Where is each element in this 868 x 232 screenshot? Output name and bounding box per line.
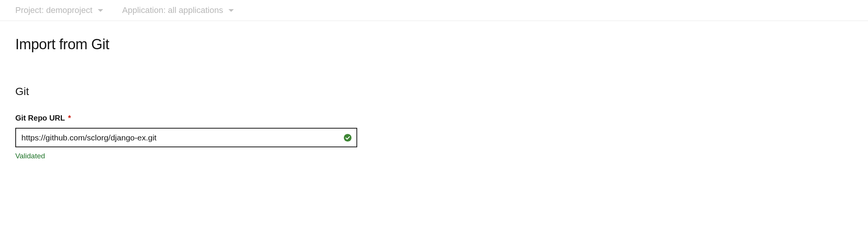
svg-point-0 <box>344 134 351 141</box>
main-content: Import from Git Git Git Repo URL * Valid… <box>0 21 868 160</box>
project-selector-label: Project: demoproject <box>15 5 92 15</box>
git-repo-url-input[interactable] <box>15 128 357 147</box>
validation-success-icon <box>343 134 352 142</box>
application-selector[interactable]: Application: all applications <box>122 5 234 15</box>
page-title: Import from Git <box>15 36 853 53</box>
validation-status-text: Validated <box>15 152 853 160</box>
chevron-down-icon <box>98 9 103 12</box>
application-selector-label: Application: all applications <box>122 5 223 15</box>
chevron-down-icon <box>228 9 234 12</box>
git-repo-url-label: Git Repo URL * <box>15 114 853 122</box>
project-selector[interactable]: Project: demoproject <box>15 5 103 15</box>
git-section-heading: Git <box>15 85 853 98</box>
required-asterisk: * <box>68 114 71 122</box>
git-repo-url-label-text: Git Repo URL <box>15 114 65 122</box>
git-repo-url-input-wrapper <box>15 128 357 147</box>
topbar: Project: demoproject Application: all ap… <box>0 0 868 21</box>
check-circle-icon <box>343 134 352 142</box>
